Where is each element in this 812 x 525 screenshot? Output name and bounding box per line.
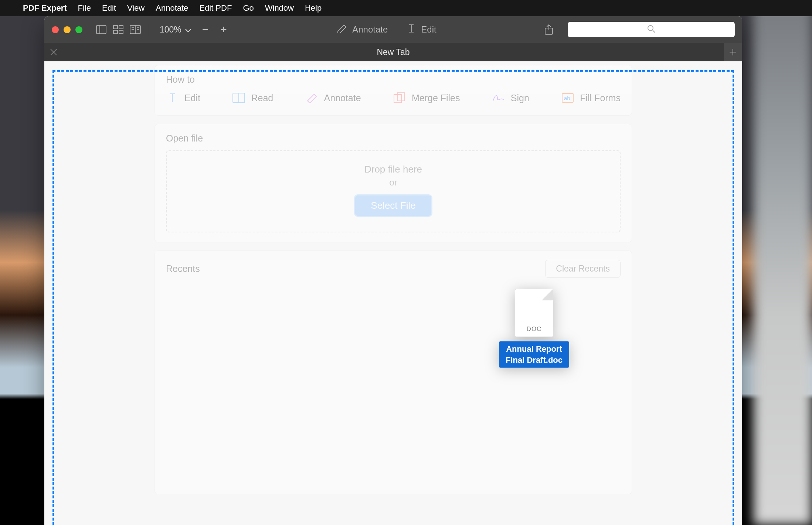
howto-merge[interactable]: Merge Files	[393, 92, 460, 104]
new-tab-button[interactable]	[724, 43, 742, 61]
recents-panel: Recents Clear Recents	[154, 250, 632, 494]
clear-recents-button[interactable]: Clear Recents	[545, 260, 621, 278]
form-ab-text: ab	[564, 95, 570, 101]
window-controls	[52, 26, 82, 33]
form-field-icon: ab|	[561, 92, 574, 104]
highlighter-icon	[306, 92, 318, 104]
drop-zone[interactable]: Drop file here or Select File	[166, 150, 621, 232]
dragged-file-name: Annual Report Final Draft.doc	[499, 341, 569, 368]
app-window: 100% − + Annotate Edit New Tab	[44, 16, 742, 525]
menu-editpdf[interactable]: Edit PDF	[199, 3, 232, 13]
window-minimize-button[interactable]	[64, 26, 71, 33]
howto-heading: How to	[166, 74, 621, 85]
menu-file[interactable]: File	[78, 3, 91, 13]
annotate-label: Annotate	[352, 24, 388, 35]
select-file-button[interactable]: Select File	[354, 194, 432, 217]
edit-label: Edit	[421, 24, 436, 35]
search-field[interactable]	[568, 22, 735, 37]
svg-rect-2	[113, 25, 118, 29]
app-menu[interactable]: PDF Expert	[23, 3, 67, 13]
chevron-down-icon	[185, 25, 191, 35]
howto-edit-label: Edit	[184, 93, 200, 103]
macos-menubar: PDF Expert File Edit View Annotate Edit …	[0, 0, 812, 16]
howto-fill-label: Fill Forms	[580, 93, 621, 103]
file-icon: DOC	[515, 289, 553, 337]
edit-mode-button[interactable]: Edit	[400, 24, 443, 35]
tab-bar: New Tab	[44, 43, 742, 61]
howto-panel: How to Edit Read Annotate	[154, 65, 632, 116]
svg-rect-24	[397, 93, 405, 101]
svg-rect-3	[119, 25, 123, 29]
merge-icon	[393, 92, 406, 104]
zoom-in-button[interactable]: +	[217, 23, 230, 36]
grid-view-icon[interactable]	[113, 24, 124, 35]
howto-read-label: Read	[251, 93, 273, 103]
openfile-heading: Open file	[166, 133, 621, 144]
zoom-out-button[interactable]: −	[199, 23, 212, 36]
menu-annotate[interactable]: Annotate	[156, 3, 188, 13]
content-area[interactable]: How to Edit Read Annotate	[44, 61, 742, 525]
howto-annotate-label: Annotate	[324, 93, 361, 103]
howto-edit[interactable]: Edit	[166, 92, 200, 104]
howto-annotate[interactable]: Annotate	[306, 92, 361, 104]
sidebar-toggle-icon[interactable]	[96, 24, 107, 35]
pen-icon	[337, 24, 347, 35]
text-edit-icon	[166, 92, 179, 104]
signature-icon	[492, 92, 505, 104]
drop-or: or	[167, 177, 620, 188]
annotate-mode-button[interactable]: Annotate	[330, 24, 394, 35]
text-cursor-icon	[407, 24, 416, 35]
menu-view[interactable]: View	[127, 3, 145, 13]
file-extension-badge: DOC	[515, 325, 553, 333]
wallpaper	[753, 0, 812, 525]
drop-text: Drop file here	[167, 164, 620, 175]
svg-line-16	[653, 30, 655, 33]
dragged-file[interactable]: DOC Annual Report Final Draft.doc	[499, 289, 569, 368]
toolbar-divider	[149, 24, 149, 35]
menu-go[interactable]: Go	[243, 3, 254, 13]
howto-merge-label: Merge Files	[412, 93, 460, 103]
menu-window[interactable]: Window	[265, 3, 294, 13]
window-close-button[interactable]	[52, 26, 59, 33]
howto-sign[interactable]: Sign	[492, 92, 529, 104]
zoom-value: 100%	[160, 25, 181, 35]
search-icon	[647, 25, 655, 34]
svg-rect-5	[119, 30, 123, 34]
svg-rect-4	[113, 30, 118, 34]
two-page-view-icon[interactable]	[130, 24, 141, 35]
howto-read[interactable]: Read	[232, 92, 273, 104]
svg-rect-23	[394, 95, 401, 103]
tab-close-button[interactable]	[44, 49, 63, 55]
book-icon	[232, 92, 245, 104]
menu-edit[interactable]: Edit	[102, 3, 116, 13]
howto-sign-label: Sign	[511, 93, 529, 103]
window-fullscreen-button[interactable]	[75, 26, 82, 33]
share-button[interactable]	[543, 24, 554, 35]
toolbar: 100% − + Annotate Edit	[44, 16, 742, 43]
menu-help[interactable]: Help	[305, 3, 322, 13]
tab-title: New Tab	[63, 47, 724, 57]
svg-rect-0	[96, 25, 106, 34]
openfile-panel: Open file Drop file here or Select File	[154, 124, 632, 242]
svg-point-15	[648, 25, 653, 31]
howto-fillforms[interactable]: ab| Fill Forms	[561, 92, 621, 104]
recents-heading: Recents	[166, 263, 200, 274]
zoom-control[interactable]: 100%	[160, 25, 191, 35]
